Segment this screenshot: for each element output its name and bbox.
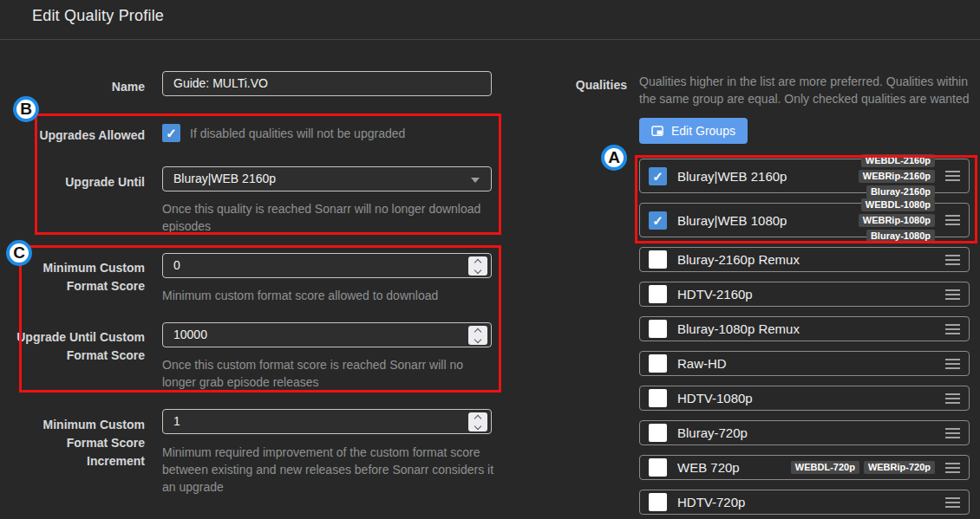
quality-item[interactable]: Bluray-2160p Remux bbox=[639, 247, 970, 272]
drag-handle-icon[interactable] bbox=[945, 393, 960, 404]
upgrades-allowed-caption: If disabled qualities will not be upgrad… bbox=[190, 127, 405, 140]
quality-checkbox[interactable] bbox=[649, 167, 667, 185]
qualities-description: Qualities higher in the list are more pr… bbox=[639, 73, 972, 107]
quality-name: HDTV-720p bbox=[677, 495, 745, 509]
quality-checkbox[interactable] bbox=[649, 424, 667, 442]
upgrade-until-label: Upgrade Until bbox=[15, 173, 145, 191]
quality-checkbox[interactable] bbox=[649, 320, 667, 338]
drag-handle-icon[interactable] bbox=[945, 497, 960, 508]
quality-badge: WEBRip-2160p bbox=[859, 170, 935, 183]
quality-item[interactable]: Bluray-1080p Remux bbox=[639, 316, 970, 341]
min-format-score-input[interactable]: 0 bbox=[162, 253, 492, 278]
min-format-score-increment-label: Minimum Custom Format Score Increment bbox=[15, 416, 145, 470]
drag-handle-icon[interactable] bbox=[945, 289, 960, 300]
name-label: Name bbox=[15, 78, 145, 96]
quality-name: Bluray|WEB 1080p bbox=[677, 213, 787, 228]
quality-item[interactable]: WEB 720pWEBDL-720pWEBRip-720p bbox=[639, 455, 970, 480]
quality-item[interactable]: HDTV-1080p bbox=[639, 386, 970, 411]
quality-badge: Bluray-2160p bbox=[866, 185, 935, 198]
number-stepper-icon[interactable] bbox=[468, 256, 487, 276]
quality-badges: WEBDL-1080pWEBRip-1080pBluray-1080p bbox=[787, 198, 935, 243]
upgrade-until-select[interactable]: Bluray|WEB 2160p bbox=[162, 166, 492, 191]
quality-name: Bluray-2160p Remux bbox=[677, 252, 800, 267]
quality-checkbox[interactable] bbox=[649, 211, 667, 230]
drag-handle-icon[interactable] bbox=[945, 359, 960, 369]
quality-checkbox[interactable] bbox=[649, 458, 667, 477]
edit-groups-button[interactable]: Edit Groups bbox=[639, 118, 748, 144]
quality-badge: WEBDL-720p bbox=[791, 461, 859, 474]
quality-checkbox[interactable] bbox=[649, 493, 667, 511]
edit-quality-profile-modal: Edit Quality Profile Name Guide: MULTi.V… bbox=[0, 0, 980, 519]
number-stepper-icon[interactable] bbox=[468, 326, 487, 345]
quality-badge: WEBDL-2160p bbox=[861, 154, 935, 167]
upgrade-until-format-score-label: Upgrade Until Custom Format Score bbox=[15, 328, 145, 365]
min-format-score-increment-help: Minimum required improvement of the cust… bbox=[162, 444, 495, 496]
quality-badge: WEBDL-1080p bbox=[861, 198, 935, 211]
upgrade-until-format-score-help: Once this custom format score is reached… bbox=[162, 356, 495, 391]
upgrades-allowed-label: Upgrades Allowed bbox=[15, 127, 145, 145]
quality-name: Bluray|WEB 2160p bbox=[677, 169, 787, 184]
name-input[interactable]: Guide: MULTi.VO bbox=[162, 71, 492, 96]
edit-groups-label: Edit Groups bbox=[671, 124, 735, 138]
drag-handle-icon[interactable] bbox=[945, 171, 960, 181]
quality-badges: WEBDL-2160pWEBRip-2160pBluray-2160p bbox=[787, 154, 935, 198]
annotation-letter-a: A bbox=[601, 145, 627, 171]
drag-handle-icon[interactable] bbox=[945, 255, 960, 265]
quality-item[interactable]: Bluray-720p bbox=[639, 420, 970, 445]
quality-item[interactable]: HDTV-720p bbox=[639, 490, 970, 515]
quality-name: Bluray-720p bbox=[677, 425, 748, 440]
quality-name: HDTV-2160p bbox=[677, 287, 753, 302]
quality-name: HDTV-1080p bbox=[677, 391, 753, 405]
quality-badge: WEBRip-1080p bbox=[859, 214, 935, 227]
quality-checkbox[interactable] bbox=[649, 285, 667, 303]
upgrade-until-help: Once this quality is reached Sonarr will… bbox=[162, 200, 495, 235]
header-divider bbox=[0, 39, 980, 40]
quality-item[interactable]: Bluray|WEB 1080pWEBDL-1080pWEBRip-1080pB… bbox=[639, 203, 970, 237]
quality-name: WEB 720p bbox=[677, 460, 740, 475]
min-format-score-help: Minimum custom format score allowed to d… bbox=[162, 287, 495, 304]
upgrade-until-format-score-value: 10000 bbox=[173, 328, 207, 341]
min-format-score-value: 0 bbox=[173, 258, 180, 272]
drag-handle-icon[interactable] bbox=[945, 463, 960, 473]
quality-badges: WEBDL-720pWEBRip-720p bbox=[791, 461, 935, 474]
number-stepper-icon[interactable] bbox=[468, 412, 487, 431]
quality-list: Bluray|WEB 2160pWEBDL-2160pWEBRip-2160pB… bbox=[639, 159, 970, 519]
quality-name: Bluray-1080p Remux bbox=[677, 321, 800, 336]
quality-item[interactable]: HDTV-2160p bbox=[639, 282, 970, 307]
drag-handle-icon[interactable] bbox=[945, 215, 960, 225]
quality-name: Raw-HD bbox=[677, 356, 727, 371]
upgrade-until-value: Bluray|WEB 2160p bbox=[173, 172, 276, 185]
qualities-label: Qualities bbox=[520, 78, 627, 92]
min-format-score-increment-value: 1 bbox=[173, 414, 180, 428]
upgrade-until-format-score-input[interactable]: 10000 bbox=[162, 322, 492, 347]
chevron-down-icon bbox=[471, 178, 480, 183]
quality-badge: WEBRip-720p bbox=[864, 461, 935, 474]
quality-checkbox[interactable] bbox=[649, 354, 667, 373]
clone-icon bbox=[651, 126, 664, 137]
min-format-score-increment-input[interactable]: 1 bbox=[162, 409, 492, 434]
quality-item[interactable]: Bluray|WEB 2160pWEBDL-2160pWEBRip-2160pB… bbox=[639, 159, 970, 193]
quality-checkbox[interactable] bbox=[649, 250, 667, 269]
drag-handle-icon[interactable] bbox=[945, 428, 960, 438]
page-title: Edit Quality Profile bbox=[32, 7, 164, 25]
upgrades-allowed-checkbox[interactable] bbox=[162, 124, 180, 142]
drag-handle-icon[interactable] bbox=[945, 324, 960, 334]
min-format-score-label: Minimum Custom Format Score bbox=[15, 259, 145, 295]
quality-badge: Bluray-1080p bbox=[866, 230, 935, 243]
quality-checkbox[interactable] bbox=[649, 389, 667, 407]
annotation-letter-b: B bbox=[13, 96, 39, 122]
quality-item[interactable]: Raw-HD bbox=[639, 351, 970, 376]
